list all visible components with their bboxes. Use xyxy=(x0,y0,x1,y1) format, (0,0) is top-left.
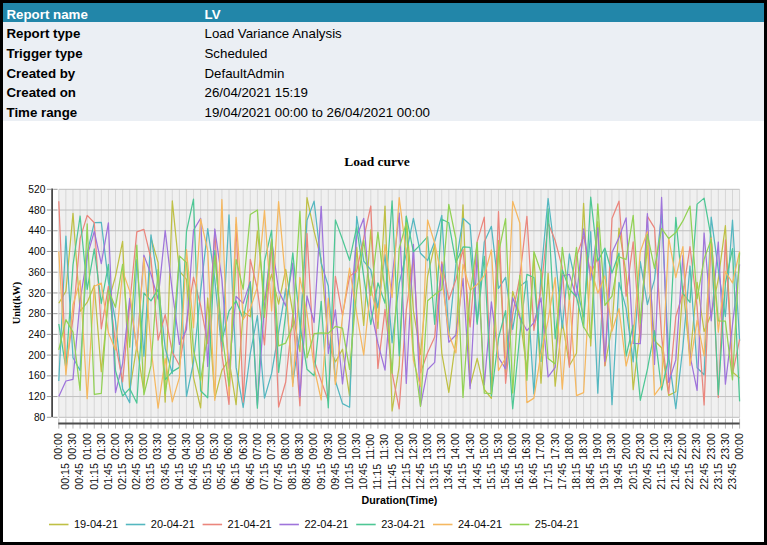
svg-text:10:00: 10:00 xyxy=(336,433,348,460)
svg-text:17:30: 17:30 xyxy=(549,433,561,460)
svg-text:06:00: 06:00 xyxy=(222,433,234,460)
svg-text:19:45: 19:45 xyxy=(612,463,624,490)
svg-text:01:45: 01:45 xyxy=(102,463,114,490)
svg-text:Load curve: Load curve xyxy=(344,154,410,169)
svg-text:12:45: 12:45 xyxy=(414,463,426,490)
svg-text:120: 120 xyxy=(28,391,45,402)
svg-text:17:00: 17:00 xyxy=(534,433,546,460)
svg-text:15:45: 15:45 xyxy=(499,463,511,490)
svg-text:08:45: 08:45 xyxy=(300,463,312,490)
svg-text:20:15: 20:15 xyxy=(627,463,639,490)
svg-text:05:30: 05:30 xyxy=(208,433,220,460)
svg-text:03:00: 03:00 xyxy=(137,433,149,460)
svg-text:20:45: 20:45 xyxy=(641,463,653,490)
svg-text:18:30: 18:30 xyxy=(577,433,589,460)
svg-text:00:45: 00:45 xyxy=(73,463,85,490)
svg-text:24-04-21: 24-04-21 xyxy=(458,518,502,530)
svg-text:14:30: 14:30 xyxy=(464,433,476,460)
svg-text:09:45: 09:45 xyxy=(329,463,341,490)
svg-text:02:15: 02:15 xyxy=(116,463,128,490)
svg-text:11:45: 11:45 xyxy=(386,464,398,490)
svg-text:14:45: 14:45 xyxy=(471,463,483,490)
svg-text:10:15: 10:15 xyxy=(343,463,355,490)
svg-text:17:45: 17:45 xyxy=(556,463,568,490)
svg-text:200: 200 xyxy=(28,350,45,361)
svg-text:520: 520 xyxy=(28,184,45,195)
svg-text:17:15: 17:15 xyxy=(542,463,554,490)
svg-text:00:00: 00:00 xyxy=(52,433,64,460)
svg-text:02:45: 02:45 xyxy=(130,463,142,490)
svg-text:13:30: 13:30 xyxy=(435,433,447,460)
svg-text:15:30: 15:30 xyxy=(492,433,504,460)
svg-text:12:30: 12:30 xyxy=(407,433,419,460)
svg-text:22:30: 22:30 xyxy=(690,433,702,460)
svg-text:04:45: 04:45 xyxy=(187,463,199,490)
svg-text:05:45: 05:45 xyxy=(215,463,227,490)
svg-text:21-04-21: 21-04-21 xyxy=(228,518,272,530)
svg-text:07:15: 07:15 xyxy=(258,463,270,490)
svg-text:19-04-21: 19-04-21 xyxy=(74,518,118,530)
svg-text:10:45: 10:45 xyxy=(357,463,369,490)
svg-text:11:30: 11:30 xyxy=(378,434,390,460)
svg-text:01:15: 01:15 xyxy=(88,463,100,490)
svg-text:21:30: 21:30 xyxy=(662,433,674,460)
svg-text:13:45: 13:45 xyxy=(442,463,454,490)
svg-text:05:00: 05:00 xyxy=(194,433,206,460)
svg-text:19:30: 19:30 xyxy=(605,433,617,460)
svg-text:04:00: 04:00 xyxy=(166,433,178,460)
svg-text:05:15: 05:15 xyxy=(201,463,213,490)
svg-text:01:30: 01:30 xyxy=(95,433,107,460)
svg-text:06:45: 06:45 xyxy=(244,463,256,490)
svg-text:160: 160 xyxy=(28,370,45,381)
svg-text:440: 440 xyxy=(28,225,45,236)
svg-text:16:30: 16:30 xyxy=(520,433,532,460)
svg-text:320: 320 xyxy=(28,288,45,299)
svg-text:22:15: 22:15 xyxy=(683,463,695,490)
svg-text:14:00: 14:00 xyxy=(449,433,461,460)
svg-text:21:00: 21:00 xyxy=(648,433,660,460)
svg-text:07:45: 07:45 xyxy=(272,463,284,490)
svg-text:02:00: 02:00 xyxy=(109,433,121,460)
svg-text:00:00: 00:00 xyxy=(733,433,745,460)
svg-text:21:45: 21:45 xyxy=(669,463,681,490)
svg-text:21:15: 21:15 xyxy=(655,463,667,490)
svg-text:15:15: 15:15 xyxy=(485,463,497,490)
svg-text:23:30: 23:30 xyxy=(719,433,731,460)
svg-text:08:15: 08:15 xyxy=(286,463,298,490)
svg-text:02:30: 02:30 xyxy=(123,433,135,460)
svg-text:23:45: 23:45 xyxy=(726,463,738,490)
svg-text:19:15: 19:15 xyxy=(598,463,610,490)
svg-text:11:00: 11:00 xyxy=(364,434,376,460)
svg-text:480: 480 xyxy=(28,205,45,216)
svg-text:09:15: 09:15 xyxy=(315,463,327,490)
svg-text:11:15: 11:15 xyxy=(371,464,383,490)
svg-text:06:15: 06:15 xyxy=(229,463,241,490)
svg-text:15:00: 15:00 xyxy=(478,433,490,460)
svg-text:07:00: 07:00 xyxy=(251,433,263,460)
svg-text:13:00: 13:00 xyxy=(421,433,433,460)
svg-text:13:15: 13:15 xyxy=(428,463,440,490)
svg-text:04:30: 04:30 xyxy=(180,433,192,460)
svg-text:10:30: 10:30 xyxy=(350,433,362,460)
svg-text:22-04-21: 22-04-21 xyxy=(304,518,348,530)
svg-text:22:45: 22:45 xyxy=(698,463,710,490)
svg-text:12:00: 12:00 xyxy=(393,433,405,460)
svg-text:14:15: 14:15 xyxy=(456,463,468,490)
svg-text:03:45: 03:45 xyxy=(159,463,171,490)
svg-text:01:00: 01:00 xyxy=(81,433,93,460)
svg-text:23:15: 23:15 xyxy=(712,463,724,490)
svg-text:22:00: 22:00 xyxy=(676,433,688,460)
svg-text:25-04-21: 25-04-21 xyxy=(535,518,579,530)
svg-text:18:00: 18:00 xyxy=(563,433,575,460)
svg-text:07:30: 07:30 xyxy=(265,433,277,460)
svg-text:16:00: 16:00 xyxy=(506,433,518,460)
svg-text:18:45: 18:45 xyxy=(584,463,596,490)
svg-text:12:15: 12:15 xyxy=(400,463,412,490)
svg-text:23:00: 23:00 xyxy=(705,433,717,460)
svg-text:20:00: 20:00 xyxy=(620,433,632,460)
svg-text:360: 360 xyxy=(28,267,45,278)
svg-text:08:30: 08:30 xyxy=(293,433,305,460)
svg-text:08:00: 08:00 xyxy=(279,433,291,460)
svg-text:00:30: 00:30 xyxy=(66,433,78,460)
svg-text:240: 240 xyxy=(28,329,45,340)
